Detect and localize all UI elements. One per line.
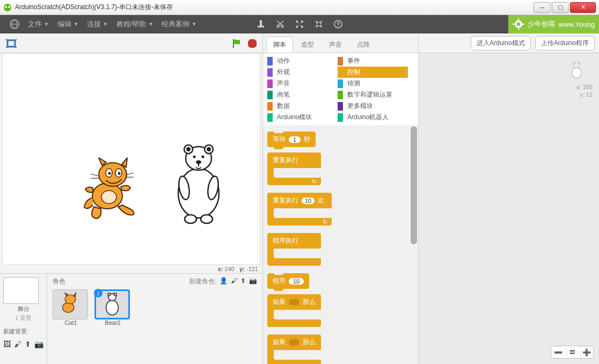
sprite-cat[interactable] (83, 156, 142, 220)
cat-more[interactable]: 更多模块 (338, 100, 408, 112)
menu-file[interactable]: 文件▼ (24, 19, 53, 29)
cat-operators[interactable]: 数字和逻辑运算 (338, 89, 408, 100)
block-suffix: 秒 (304, 135, 310, 144)
block-proc[interactable]: 程序 10 (267, 273, 309, 289)
cat-arduino-robot[interactable]: Arduino机器人 (338, 112, 408, 123)
upload-icon[interactable]: ⬆ (25, 340, 31, 348)
stop-icon[interactable] (247, 39, 257, 48)
cat-motion[interactable]: 动作 (267, 55, 338, 67)
script-workspace[interactable]: x: 105 y: 12 ➖ 〓 ➕ (419, 53, 599, 364)
mini-y-value: 12 (586, 91, 593, 98)
tab-scripts[interactable]: 脚本 (266, 37, 293, 53)
camera-icon[interactable]: 📷 (34, 340, 43, 348)
block-forever[interactable]: 重复执行 ↻ (267, 152, 321, 185)
sprite-bear[interactable] (169, 140, 228, 225)
svg-point-47 (106, 300, 119, 315)
cat-control[interactable]: 控制 (338, 67, 408, 78)
zoom-reset-button[interactable]: 〓 (566, 347, 578, 357)
menu-cases-label: 经典案例 (162, 19, 189, 29)
zoom-out-button[interactable]: ➖ (552, 347, 564, 357)
cat-data[interactable]: 数据 (267, 100, 338, 112)
cat-sensing[interactable]: 侦测 (338, 78, 408, 89)
fullscreen-icon[interactable] (5, 39, 17, 48)
svg-point-36 (201, 215, 213, 223)
zoom-in-button[interactable]: ➕ (580, 347, 592, 357)
arduino-mode-button[interactable]: 进入Arduino模式 (471, 36, 530, 50)
tab-sounds[interactable]: 声音 (322, 37, 349, 53)
cat-events[interactable]: 事件 (338, 55, 408, 67)
block-label: 如果 (273, 338, 286, 347)
svg-rect-16 (518, 28, 519, 30)
maximize-button[interactable]: ▢ (552, 2, 569, 13)
coord-y-label: y: (239, 266, 245, 272)
svg-point-0 (4, 4, 11, 11)
cat-sound[interactable]: 声音 (267, 78, 338, 89)
scissors-icon[interactable] (275, 19, 285, 29)
svg-point-35 (185, 215, 196, 223)
stamp-icon[interactable] (256, 19, 266, 29)
app-icon (3, 3, 12, 12)
block-repeat[interactable]: 重复执行 10 次 ↻ (267, 193, 332, 225)
bool-slot[interactable] (289, 299, 300, 305)
image-library-icon[interactable]: 🖼 (3, 340, 11, 348)
palette-scrollbar[interactable] (410, 125, 418, 364)
globe-icon[interactable] (5, 19, 24, 29)
block-ifelse[interactable]: 如果 那么 否则 (267, 334, 321, 364)
sprite-item-cat1[interactable]: Cat1 (53, 289, 89, 326)
stage-coords: x: 240 y: -121 (0, 265, 262, 273)
menu-edit[interactable]: 编辑▼ (53, 19, 83, 29)
menu-cases[interactable]: 经典案例▼ (157, 19, 201, 29)
tab-matrix[interactable]: 点阵 (350, 37, 377, 53)
block-input[interactable]: 10 (289, 278, 304, 285)
minimize-button[interactable]: ─ (534, 2, 551, 13)
block-input[interactable]: 1 (289, 136, 301, 143)
menu-connect[interactable]: 连接▼ (83, 19, 112, 29)
green-flag-icon[interactable] (231, 38, 242, 49)
upload-arduino-button[interactable]: 上传Arduino程序 (535, 36, 595, 50)
cat-arduino[interactable]: Arduino模块 (267, 112, 338, 123)
svg-point-55 (575, 64, 576, 65)
bool-slot[interactable] (289, 339, 300, 346)
svg-point-54 (578, 62, 580, 64)
svg-point-2 (8, 6, 10, 8)
sprite-library-icon[interactable]: 👤 (220, 277, 228, 286)
help-icon[interactable]: ? (333, 19, 343, 29)
block-wait[interactable]: 等待 1 秒 (267, 132, 316, 147)
block-then: 那么 (303, 297, 316, 307)
block-proc-run[interactable]: 程序执行 (267, 233, 321, 266)
cat-looks[interactable]: 外观 (267, 67, 338, 78)
stage-thumbnail[interactable] (3, 277, 39, 304)
block-input[interactable]: 10 (302, 198, 315, 204)
new-backdrop-label: 新建背景: (3, 327, 43, 336)
stage-canvas[interactable] (2, 53, 260, 265)
selected-sprite-thumbnail (568, 61, 585, 80)
cat-label: Arduino模块 (277, 113, 312, 122)
block-if[interactable]: 如果 那么 (267, 294, 321, 327)
sprite-list: Cat1 i Bear2 (53, 289, 257, 326)
close-button[interactable]: ✕ (570, 2, 596, 13)
upload-sprite-icon[interactable]: ⬆ (240, 277, 246, 286)
cat-label: Arduino机器人 (347, 113, 389, 122)
cat-label: 侦测 (347, 79, 360, 88)
stage-column: x: 240 y: -121 舞台 1 背景 新建背景: 🖼 🖌 ⬆ 📷 (0, 34, 263, 364)
cat-label: 更多模块 (347, 101, 373, 111)
sprite-item-bear2[interactable]: i Bear2 (94, 289, 131, 326)
tab-costumes[interactable]: 造型 (294, 37, 321, 53)
svg-point-9 (277, 25, 279, 27)
svg-point-22 (99, 163, 127, 186)
menu-help[interactable]: 教程/帮助▼ (112, 19, 158, 29)
cat-pen[interactable]: 画笔 (267, 89, 338, 100)
block-then: 那么 (303, 338, 316, 347)
chevron-down-icon: ▼ (44, 21, 49, 27)
grow-icon[interactable] (295, 19, 304, 29)
camera-sprite-icon[interactable]: 📷 (249, 277, 257, 286)
info-icon[interactable]: i (94, 289, 103, 297)
svg-rect-6 (258, 26, 264, 27)
menu-help-label: 教程/帮助 (116, 19, 147, 29)
cat-label: 事件 (347, 56, 360, 65)
shrink-icon[interactable] (314, 19, 324, 29)
paint-icon[interactable]: 🖌 (14, 340, 21, 348)
paint-sprite-icon[interactable]: 🖌 (231, 277, 237, 286)
svg-point-14 (516, 23, 520, 26)
svg-line-28 (91, 174, 99, 176)
